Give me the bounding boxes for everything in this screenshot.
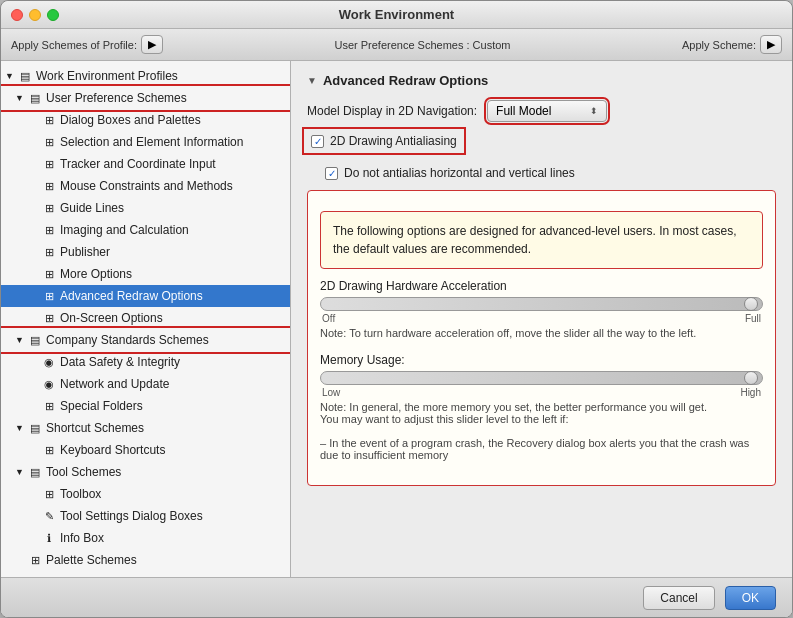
tree-item-selection-element[interactable]: ⊞Selection and Element Information [1,131,290,153]
tree-item-publisher[interactable]: ⊞Publisher [1,241,290,263]
memory-high-label: High [740,387,761,398]
main-content: ▼▤Work Environment Profiles▼▤User Prefer… [1,61,792,577]
advanced-options-box: The following options are designed for a… [307,190,776,486]
tree-arrow: ▼ [15,89,25,107]
hw-accel-slider[interactable] [320,297,763,311]
tree-item-label: Tool Schemes [46,463,121,481]
window-controls [11,9,59,21]
minimize-button[interactable] [29,9,41,21]
tree-item-onscreen-options[interactable]: ⊞On-Screen Options [1,307,290,329]
apply-scheme-group: Apply Scheme: ▶ [682,35,782,54]
antialias-horizontal-row[interactable]: ✓ Do not antialias horizontal and vertic… [325,166,776,180]
tree-item-more-options[interactable]: ⊞More Options [1,263,290,285]
tree-item-toolbox[interactable]: ⊞Toolbox [1,483,290,505]
tree-item-icon: ⊞ [41,111,57,129]
cancel-button[interactable]: Cancel [643,586,714,610]
hw-accel-note: Note: To turn hardware acceleration off,… [320,327,763,339]
tree-item-label: Special Folders [60,397,143,415]
tree-item-network-update[interactable]: ◉Network and Update [1,373,290,395]
tree-item-icon: ⊞ [41,133,57,151]
tree-item-palette-schemes[interactable]: ⊞Palette Schemes [1,549,290,571]
section-collapse-arrow[interactable]: ▼ [307,75,317,86]
tree-item-guide-lines[interactable]: ⊞Guide Lines [1,197,290,219]
hw-accel-full-label: Full [745,313,761,324]
close-button[interactable] [11,9,23,21]
title-bar: Work Environment [1,1,792,29]
hw-accel-thumb[interactable] [744,297,758,311]
tree-item-keyboard-shortcuts[interactable]: ⊞Keyboard Shortcuts [1,439,290,461]
tree-item-company-standards[interactable]: ▼▤Company Standards Schemes [1,329,290,351]
tree-item-icon: ⊞ [41,199,57,217]
tree-item-imaging-calc[interactable]: ⊞Imaging and Calculation [1,219,290,241]
tree-item-label: Shortcut Schemes [46,419,144,437]
memory-slider-container [320,371,763,385]
antialiasing-row[interactable]: ✓ 2D Drawing Antialiasing [307,132,461,150]
memory-slider[interactable] [320,371,763,385]
memory-section: Memory Usage: Low High Note: In general,… [320,353,763,461]
tree-item-icon: ⊞ [41,221,57,239]
memory-thumb[interactable] [744,371,758,385]
tree-item-data-safety[interactable]: ◉Data Safety & Integrity [1,351,290,373]
info-text-box: The following options are designed for a… [320,211,763,269]
apply-scheme-button[interactable]: ▶ [760,35,782,54]
tree-item-label: Keyboard Shortcuts [60,441,165,459]
memory-note: Note: In general, the more memory you se… [320,401,763,461]
tree-item-label: Work Environment Profiles [36,67,178,85]
tree-item-icon: ⊞ [27,551,43,569]
tree-item-dialog-boxes[interactable]: ⊞Dialog Boxes and Palettes [1,109,290,131]
antialias-horizontal-label: Do not antialias horizontal and vertical… [344,166,575,180]
tree-item-shortcut-schemes[interactable]: ▼▤Shortcut Schemes [1,417,290,439]
memory-low-label: Low [322,387,340,398]
tree-item-label: Palette Schemes [46,551,137,569]
tree-item-label: Data Safety & Integrity [60,353,180,371]
tree-item-icon: ⊞ [41,287,57,305]
tree-item-mouse-constraints[interactable]: ⊞Mouse Constraints and Methods [1,175,290,197]
tree-item-label: Tracker and Coordinate Input [60,155,216,173]
left-panel-tree: ▼▤Work Environment Profiles▼▤User Prefer… [1,61,291,577]
tree-item-icon: ▤ [27,89,43,107]
tree-item-icon: ✎ [41,507,57,525]
tree-item-icon: ▤ [27,463,43,481]
apply-schemes-button[interactable]: ▶ [141,35,163,54]
tree-arrow: ▼ [5,67,15,85]
tree-item-label: On-Screen Options [60,309,163,327]
tree-item-tool-schemes[interactable]: ▼▤Tool Schemes [1,461,290,483]
tree-item-user-pref-schemes[interactable]: ▼▤User Preference Schemes [1,87,290,109]
antialiasing-label: 2D Drawing Antialiasing [330,134,457,148]
tree-item-icon: ⊞ [41,155,57,173]
antialias-horizontal-checkbox[interactable]: ✓ [325,167,338,180]
tree-item-icon: ℹ [41,529,57,547]
tree-item-icon: ▤ [27,419,43,437]
model-display-dropdown[interactable]: Full Model ⬍ [487,100,607,122]
memory-label: Memory Usage: [320,353,763,367]
tree-item-work-env-profiles[interactable]: ▼▤Work Environment Profiles [1,65,290,87]
ok-button[interactable]: OK [725,586,776,610]
tree-item-advanced-redraw[interactable]: ⊞Advanced Redraw Options [1,285,290,307]
toolbar: Apply Schemes of Profile: ▶ User Prefere… [1,29,792,61]
tree-arrow: ▼ [15,331,25,349]
bottom-bar: Cancel OK [1,577,792,617]
tree-item-label: Imaging and Calculation [60,221,189,239]
tree-item-label: Info Box [60,529,104,547]
tree-item-icon: ⊞ [41,177,57,195]
tree-item-tool-settings[interactable]: ✎Tool Settings Dialog Boxes [1,505,290,527]
tree-item-icon: ⊞ [41,309,57,327]
window-title: Work Environment [339,7,454,22]
hw-accel-off-label: Off [322,313,335,324]
dropdown-arrow-icon: ⬍ [590,106,598,116]
tree-item-tracker-coord[interactable]: ⊞Tracker and Coordinate Input [1,153,290,175]
hw-accel-slider-container [320,297,763,311]
antialiasing-checkbox[interactable]: ✓ [311,135,324,148]
maximize-button[interactable] [47,9,59,21]
tree-item-label: Toolbox [60,485,101,503]
tree-item-icon: ◉ [41,353,57,371]
apply-scheme-label: Apply Scheme: [682,39,756,51]
hw-accel-ticks: Off Full [320,313,763,324]
apply-schemes-group: Apply Schemes of Profile: ▶ [11,35,163,54]
tree-item-special-folders[interactable]: ⊞Special Folders [1,395,290,417]
tree-item-icon: ⊞ [41,265,57,283]
tree-item-label: Company Standards Schemes [46,331,209,349]
window: Work Environment Apply Schemes of Profil… [0,0,793,618]
tree-item-info-box[interactable]: ℹInfo Box [1,527,290,549]
tree-arrow: ▼ [15,419,25,437]
